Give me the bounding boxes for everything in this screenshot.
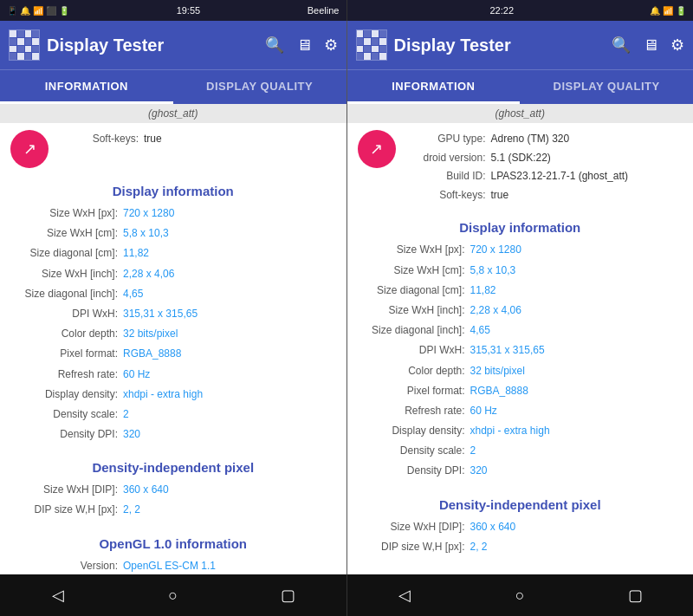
app-icon-left: [9, 29, 40, 61]
back-button-left[interactable]: ◁: [42, 580, 74, 611]
android-label: droid version:: [405, 149, 491, 168]
cast-icon-right[interactable]: 🖥: [643, 36, 658, 55]
softkeys-row-right: Soft-keys: true: [405, 186, 683, 205]
table-row: Version: OpenGL ES-CM 1.1: [10, 556, 336, 574]
search-icon-left[interactable]: 🔍: [265, 36, 284, 55]
display-info-title-right: Display information: [347, 211, 694, 240]
table-row: Color depth: 32 bits/pixel: [10, 324, 336, 344]
android-row: droid version: 5.1 (SDK:22): [405, 149, 683, 168]
app-title-right: Display Tester: [394, 36, 606, 55]
table-row: Refresh rate: 60 Hz: [358, 401, 683, 421]
left-status-icons: 📱 🔔 📶 ⬛ 🔋: [7, 6, 69, 16]
table-row: Display density: xhdpi - extra high: [10, 385, 336, 405]
home-button-right[interactable]: ○: [504, 580, 535, 611]
tab-display-quality-right[interactable]: Display quality: [520, 70, 693, 104]
recents-button-right[interactable]: ▢: [619, 580, 651, 611]
share-button-left[interactable]: ↗: [10, 130, 49, 168]
table-row: Refresh rate: 60 Hz: [10, 365, 336, 385]
partial-info-left: (ghost_att): [0, 104, 346, 123]
settings-icon-right[interactable]: ⚙: [670, 36, 684, 55]
panel-content-left[interactable]: (ghost_att) ↗ Soft-keys: true Display in…: [0, 104, 346, 574]
settings-icon-left[interactable]: ⚙: [324, 36, 338, 55]
table-row: Size WxH [inch]: 2,28 x 4,06: [358, 301, 683, 321]
table-row: Pixel format: RGBA_8888: [10, 344, 336, 364]
status-time-left: 19:55: [177, 5, 201, 16]
status-carrier-left: Beeline: [308, 5, 340, 16]
bottom-nav-left: ◁ ○ ▢: [0, 574, 346, 616]
softkeys-value-right: true: [491, 186, 509, 205]
table-row: Size diagonal [cm]: 11,82: [358, 281, 683, 301]
dip-title-right: Density-independent pixel: [347, 489, 694, 517]
android-value: 5.1 (SDK:22): [491, 149, 551, 168]
table-row: DIP size W,H [px]: 2, 2: [10, 500, 336, 520]
build-row: Build ID: LPAS23.12-21.7-1 (ghost_att): [405, 167, 683, 186]
panel-content-right[interactable]: (ghost_att) ↗ GPU type: Adreno (TM) 320 …: [347, 104, 694, 574]
share-button-right[interactable]: ↗: [358, 130, 396, 168]
build-label: Build ID:: [405, 167, 491, 186]
bottom-navs: ◁ ○ ▢ ◁ ○ ▢: [0, 574, 693, 616]
table-row: Density scale: 2: [358, 441, 683, 461]
share-info-right: GPU type: Adreno (TM) 320 droid version:…: [405, 130, 683, 204]
table-row: DPI WxH: 315,31 x 315,65: [358, 340, 683, 360]
tab-display-quality-left[interactable]: Display quality: [173, 70, 346, 104]
table-row: Size WxH [DIP]: 360 x 640: [10, 480, 336, 500]
table-row: Size WxH [px]: 720 x 1280: [358, 240, 683, 260]
app-title-left: Display Tester: [47, 36, 258, 55]
opengl-title-right: OpenGL 1.0 information: [347, 564, 694, 574]
table-row: Size diagonal [inch]: 4,65: [358, 321, 683, 340]
right-status-icons: 🔔 📶 🔋: [650, 6, 686, 16]
app-icon-right: [356, 29, 387, 61]
table-row: Pixel format: RGBA_8888: [358, 381, 683, 401]
display-info-table-right: Size WxH [px]: 720 x 1280 Size WxH [cm]:…: [347, 240, 694, 488]
softkeys-label-right: Soft-keys:: [405, 186, 491, 205]
phone-panel-right: Display Tester 🔍 🖥 ⚙ Information Display…: [346, 21, 694, 574]
status-bar-left: 📱 🔔 📶 ⬛ 🔋 19:55 Beeline: [0, 0, 346, 21]
gpu-row: GPU type: Adreno (TM) 320: [405, 130, 683, 149]
display-info-title-left: Display information: [0, 175, 346, 204]
share-row-right: ↗ GPU type: Adreno (TM) 320 droid versio…: [347, 123, 694, 211]
table-row: Size WxH [cm]: 5,8 x 10,3: [10, 224, 336, 243]
dip-table-left: Size WxH [DIP]: 360 x 640 DIP size W,H […: [0, 480, 346, 527]
header-icons-right: 🔍 🖥 ⚙: [612, 36, 684, 55]
opengl-table-left: Version: OpenGL ES-CM 1.1 Extensions: GL…: [0, 556, 346, 574]
table-row: Density scale: 2: [10, 405, 336, 425]
table-row: Size WxH [DIP]: 360 x 640: [358, 517, 683, 537]
app-header-right: Display Tester 🔍 🖥 ⚙: [347, 21, 694, 69]
table-row: Display density: xhdpi - extra high: [358, 421, 683, 441]
table-row: Density DPI: 320: [358, 461, 683, 481]
table-row: DIP size W,H [px]: 2, 2: [358, 537, 683, 557]
status-bar-right: 22:22 🔔 📶 🔋: [346, 0, 694, 21]
tab-information-right[interactable]: Information: [347, 70, 521, 104]
softkeys-value-left: true: [144, 130, 162, 149]
home-button-left[interactable]: ○: [158, 580, 189, 611]
tab-information-left[interactable]: Information: [0, 70, 173, 104]
table-row: Size diagonal [cm]: 11,82: [10, 243, 336, 263]
tab-bar-right: Information Display quality: [347, 69, 694, 104]
recents-button-left[interactable]: ▢: [273, 580, 304, 611]
table-row: Density DPI: 320: [10, 425, 336, 444]
bottom-nav-right: ◁ ○ ▢: [346, 574, 694, 616]
table-row: Size WxH [px]: 720 x 1280: [10, 204, 336, 224]
softkeys-label-left: Soft-keys:: [57, 130, 144, 149]
search-icon-right[interactable]: 🔍: [612, 36, 631, 55]
phone-panel-left: Display Tester 🔍 🖥 ⚙ Information Display…: [0, 21, 346, 574]
status-bars: 📱 🔔 📶 ⬛ 🔋 19:55 Beeline 22:22 🔔 📶 🔋: [0, 0, 693, 21]
table-row: Size diagonal [inch]: 4,65: [10, 284, 336, 304]
phones-container: Display Tester 🔍 🖥 ⚙ Information Display…: [0, 21, 693, 574]
softkeys-row-left: Soft-keys: true: [57, 130, 336, 149]
status-time-right: 22:22: [489, 5, 514, 16]
header-icons-left: 🔍 🖥 ⚙: [265, 36, 338, 55]
build-value: LPAS23.12-21.7-1 (ghost_att): [491, 167, 629, 186]
share-info-left: Soft-keys: true: [57, 130, 336, 149]
opengl-title-left: OpenGL 1.0 information: [0, 528, 346, 556]
tab-bar-left: Information Display quality: [0, 69, 346, 104]
cast-icon-left[interactable]: 🖥: [296, 36, 312, 55]
table-row: Size WxH [inch]: 2,28 x 4,06: [10, 264, 336, 284]
display-info-table-left: Size WxH [px]: 720 x 1280 Size WxH [cm]:…: [0, 204, 346, 451]
table-row: DPI WxH: 315,31 x 315,65: [10, 304, 336, 324]
back-button-right[interactable]: ◁: [389, 580, 420, 611]
table-row: Color depth: 32 bits/pixel: [358, 361, 683, 381]
partial-info-right: (ghost_att): [347, 104, 694, 123]
dip-title-left: Density-independent pixel: [0, 451, 346, 480]
share-row-left: ↗ Soft-keys: true: [0, 123, 346, 175]
